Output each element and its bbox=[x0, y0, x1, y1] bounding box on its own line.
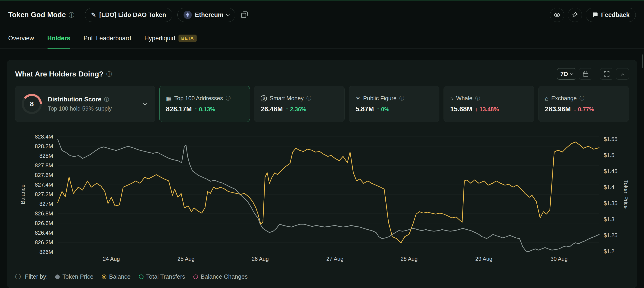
y-axis-label-left: Balance bbox=[20, 184, 26, 204]
stat-label: Exchange bbox=[551, 95, 577, 102]
svg-text:827.6M: 827.6M bbox=[35, 172, 53, 178]
svg-text:828.4M: 828.4M bbox=[35, 134, 53, 140]
tab-pnl-leaderboard[interactable]: PnL Leaderboard bbox=[84, 28, 131, 48]
legend-item-balance[interactable]: Balance bbox=[102, 273, 131, 280]
svg-text:827.4M: 827.4M bbox=[35, 182, 53, 188]
legend-item-token-price[interactable]: Token Price bbox=[55, 273, 94, 280]
distribution-subtitle: Top 100 hold 59% supply bbox=[48, 105, 112, 112]
svg-text:$1.45: $1.45 bbox=[604, 168, 618, 174]
distribution-title: Distribution Score bbox=[48, 96, 102, 103]
svg-text:827M: 827M bbox=[39, 201, 53, 207]
svg-text:$1.35: $1.35 bbox=[604, 200, 618, 206]
stat-change: ↓ 13.48% bbox=[475, 106, 499, 113]
holders-chart[interactable]: Balance Token Price 828.4M828.2M828M827.… bbox=[7, 128, 637, 264]
panel-info-icon[interactable]: ⓘ bbox=[106, 71, 112, 77]
svg-text:28 Aug: 28 Aug bbox=[400, 256, 418, 262]
svg-text:827.2M: 827.2M bbox=[35, 191, 53, 197]
svg-text:24 Aug: 24 Aug bbox=[103, 256, 120, 262]
distribution-score-card[interactable]: 8 Distribution Score ⓘ Top 100 hold 59% … bbox=[15, 86, 155, 122]
eye-icon bbox=[554, 12, 560, 18]
coin-dollar-icon: $ bbox=[261, 95, 267, 102]
token-selector-button[interactable]: ✎ [LDO] Lido DAO Token bbox=[85, 8, 172, 22]
svg-text:$1.5: $1.5 bbox=[604, 152, 614, 158]
tab-overview[interactable]: Overview bbox=[8, 28, 34, 48]
svg-text:826.8M: 826.8M bbox=[35, 210, 53, 216]
legend-item-total-transfers[interactable]: Total Transfers bbox=[139, 273, 185, 280]
tab-holders[interactable]: Holders bbox=[47, 28, 70, 48]
copy-address-button[interactable] bbox=[241, 11, 248, 19]
svg-text:$1.25: $1.25 bbox=[604, 232, 618, 238]
chart-svg[interactable]: 828.4M828.2M828M827.8M827.6M827.4M827.2M… bbox=[15, 128, 629, 264]
distribution-gauge: 8 bbox=[22, 94, 42, 114]
info-icon[interactable]: ⓘ bbox=[226, 96, 231, 101]
y-axis-label-right: Token Price bbox=[623, 180, 629, 208]
distribution-score-value: 8 bbox=[22, 94, 42, 114]
stat-label: Public Figure bbox=[363, 95, 396, 102]
chat-icon bbox=[592, 12, 598, 18]
stat-label: Whale bbox=[456, 95, 472, 102]
beta-badge: BETA bbox=[178, 34, 196, 42]
stat-card-smart-money[interactable]: $ Smart Money ⓘ 26.48M ↑ 2.36% bbox=[254, 86, 345, 122]
feedback-button[interactable]: Feedback bbox=[586, 8, 636, 22]
stat-change: ↑ 2.36% bbox=[286, 106, 306, 113]
stat-label: Smart Money bbox=[270, 95, 304, 102]
stat-value: 828.17M bbox=[166, 105, 192, 113]
svg-text:826.6M: 826.6M bbox=[35, 220, 53, 226]
chain-selector-button[interactable]: Ethereum bbox=[177, 8, 236, 22]
stat-value: 15.68M bbox=[450, 105, 472, 113]
page-title: Token God Mode bbox=[8, 11, 66, 19]
svg-text:$1.55: $1.55 bbox=[604, 136, 618, 142]
calendar-button[interactable] bbox=[579, 68, 592, 80]
visibility-toggle-button[interactable] bbox=[550, 8, 564, 22]
token-selector-label: [LDO] Lido DAO Token bbox=[99, 12, 166, 18]
svg-text:828.2M: 828.2M bbox=[35, 143, 53, 149]
info-icon[interactable]: ⓘ bbox=[399, 96, 404, 101]
date-range-button[interactable]: 7D bbox=[557, 68, 576, 80]
public-figure-icon: ✶ bbox=[356, 96, 360, 102]
chevron-down-icon[interactable] bbox=[143, 102, 147, 105]
svg-text:826M: 826M bbox=[39, 249, 53, 255]
stat-value: 26.48M bbox=[261, 105, 283, 113]
svg-text:$1.3: $1.3 bbox=[604, 216, 614, 222]
legend-item-balance-changes[interactable]: Balance Changes bbox=[194, 273, 248, 280]
scrollbar[interactable] bbox=[642, 54, 643, 68]
token-price-dot-icon bbox=[55, 274, 60, 279]
info-icon[interactable]: ⓘ bbox=[306, 96, 312, 101]
stat-card-top-100-addresses[interactable]: ▦ Top 100 Addresses ⓘ 828.17M ↑ 0.13% bbox=[159, 86, 250, 122]
bank-icon: ⌂ bbox=[545, 96, 548, 102]
feedback-label: Feedback bbox=[601, 12, 630, 18]
stat-value: 283.96M bbox=[545, 105, 571, 113]
chevron-up-icon bbox=[621, 74, 624, 77]
filter-info-icon[interactable]: ⓘ bbox=[15, 274, 21, 280]
svg-text:30 Aug: 30 Aug bbox=[551, 256, 568, 262]
fullscreen-button[interactable] bbox=[600, 68, 613, 80]
app-header: Token God Mode ⓘ ✎ [LDO] Lido DAO Token … bbox=[0, 1, 644, 28]
date-range-value: 7D bbox=[560, 70, 568, 78]
chevron-down-icon bbox=[226, 12, 230, 16]
info-icon[interactable]: ⓘ bbox=[580, 96, 584, 101]
svg-text:27 Aug: 27 Aug bbox=[326, 256, 344, 262]
stat-card-public-figure[interactable]: ✶ Public Figure ⓘ 5.87M ↑ 0% bbox=[349, 86, 440, 122]
stat-change: ↑ 0% bbox=[377, 106, 390, 113]
pencil-icon: ✎ bbox=[91, 12, 96, 18]
stat-value: 5.87M bbox=[356, 105, 374, 113]
svg-text:826.2M: 826.2M bbox=[35, 239, 53, 246]
svg-text:828M: 828M bbox=[39, 153, 53, 159]
stat-card-exchange[interactable]: ⌂ Exchange ⓘ 283.96M ↓ 0.77% bbox=[538, 86, 629, 122]
distribution-info-icon[interactable]: ⓘ bbox=[104, 97, 109, 102]
collapse-button[interactable] bbox=[616, 68, 629, 80]
svg-text:827.8M: 827.8M bbox=[35, 162, 53, 168]
balance-changes-dot-icon bbox=[194, 274, 198, 279]
svg-text:26 Aug: 26 Aug bbox=[252, 256, 269, 262]
stat-card-whale[interactable]: ≈ Whale ⓘ 15.68M ↓ 13.48% bbox=[444, 86, 534, 122]
panel-title: What Are Holders Doing? bbox=[15, 70, 104, 78]
svg-text:29 Aug: 29 Aug bbox=[475, 256, 492, 262]
chevron-down-icon bbox=[570, 72, 574, 75]
page-title-info-icon[interactable]: ⓘ bbox=[69, 12, 74, 18]
pin-button[interactable] bbox=[568, 8, 582, 22]
stat-change: ↑ 0.13% bbox=[194, 106, 215, 113]
calendar-icon bbox=[582, 71, 589, 77]
wallet-grid-icon: ▦ bbox=[166, 96, 172, 102]
info-icon[interactable]: ⓘ bbox=[475, 96, 480, 101]
tab-hyperliquid[interactable]: Hyperliquid BETA bbox=[144, 28, 196, 48]
